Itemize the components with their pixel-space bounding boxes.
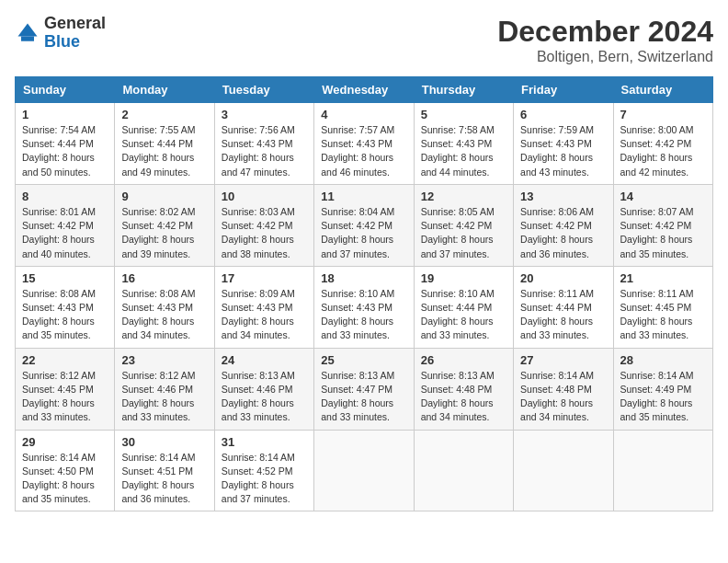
table-row: [414, 430, 513, 511]
day-number: 22: [22, 353, 108, 367]
daylight-label: Daylight: 8 hours and 35 minutes.: [22, 316, 95, 340]
table-row: 21 Sunrise: 8:11 AM Sunset: 4:45 PM Dayl…: [613, 266, 712, 348]
sunrise-label: Sunrise: 8:07 AM: [620, 206, 694, 217]
sunrise-label: Sunrise: 8:08 AM: [22, 288, 96, 299]
sunset-label: Sunset: 4:42 PM: [620, 220, 692, 231]
sunrise-label: Sunrise: 8:12 AM: [22, 370, 96, 381]
sunrise-label: Sunrise: 7:55 AM: [121, 124, 195, 135]
table-row: 19 Sunrise: 8:10 AM Sunset: 4:44 PM Dayl…: [414, 266, 513, 348]
sunrise-label: Sunrise: 8:14 AM: [520, 370, 594, 381]
sunset-label: Sunset: 4:52 PM: [222, 465, 293, 477]
svg-rect-1: [21, 36, 34, 40]
day-info: Sunrise: 8:12 AM Sunset: 4:46 PM Dayligh…: [121, 369, 207, 425]
day-number: 12: [421, 190, 506, 203]
sunset-label: Sunset: 4:42 PM: [22, 220, 94, 231]
table-row: 9 Sunrise: 8:02 AM Sunset: 4:42 PM Dayli…: [115, 184, 214, 266]
daylight-label: Daylight: 8 hours and 33 minutes.: [520, 316, 593, 340]
day-number: 2: [121, 108, 207, 121]
table-row: 4 Sunrise: 7:57 AM Sunset: 4:43 PM Dayli…: [314, 103, 414, 185]
col-wednesday: Wednesday: [314, 77, 414, 103]
daylight-label: Daylight: 8 hours and 40 minutes.: [22, 234, 95, 259]
day-number: 19: [421, 271, 506, 285]
sunrise-label: Sunrise: 7:56 AM: [222, 124, 295, 135]
day-info: Sunrise: 8:02 AM Sunset: 4:42 PM Dayligh…: [121, 205, 207, 261]
calendar-week-row: 15 Sunrise: 8:08 AM Sunset: 4:43 PM Dayl…: [16, 266, 713, 348]
day-number: 6: [520, 108, 606, 121]
logo: General Blue: [15, 15, 106, 52]
calendar-week-row: 1 Sunrise: 7:54 AM Sunset: 4:44 PM Dayli…: [16, 103, 713, 185]
table-row: 28 Sunrise: 8:14 AM Sunset: 4:49 PM Dayl…: [613, 348, 712, 430]
calendar-header-row: Sunday Monday Tuesday Wednesday Thursday…: [16, 77, 713, 103]
sunset-label: Sunset: 4:51 PM: [121, 465, 193, 477]
day-info: Sunrise: 7:57 AM Sunset: 4:43 PM Dayligh…: [321, 123, 406, 179]
table-row: 15 Sunrise: 8:08 AM Sunset: 4:43 PM Dayl…: [16, 266, 115, 348]
day-info: Sunrise: 8:11 AM Sunset: 4:45 PM Dayligh…: [620, 287, 706, 343]
day-number: 10: [222, 190, 307, 203]
sunrise-label: Sunrise: 7:58 AM: [421, 124, 495, 135]
sunset-label: Sunset: 4:43 PM: [421, 138, 493, 149]
location-subtitle: Boltigen, Bern, Switzerland: [497, 49, 713, 65]
day-info: Sunrise: 8:08 AM Sunset: 4:43 PM Dayligh…: [121, 287, 207, 343]
day-info: Sunrise: 8:04 AM Sunset: 4:42 PM Dayligh…: [321, 205, 406, 261]
table-row: 8 Sunrise: 8:01 AM Sunset: 4:42 PM Dayli…: [16, 184, 115, 266]
table-row: 1 Sunrise: 7:54 AM Sunset: 4:44 PM Dayli…: [16, 103, 115, 185]
sunset-label: Sunset: 4:42 PM: [520, 220, 592, 231]
sunrise-label: Sunrise: 8:05 AM: [421, 206, 495, 217]
table-row: 6 Sunrise: 7:59 AM Sunset: 4:43 PM Dayli…: [514, 103, 613, 185]
daylight-label: Daylight: 8 hours and 49 minutes.: [121, 152, 194, 177]
day-info: Sunrise: 8:01 AM Sunset: 4:42 PM Dayligh…: [22, 205, 108, 261]
col-thursday: Thursday: [414, 77, 513, 103]
calendar-table: Sunday Monday Tuesday Wednesday Thursday…: [15, 76, 713, 511]
sunrise-label: Sunrise: 8:13 AM: [321, 370, 394, 381]
sunrise-label: Sunrise: 8:12 AM: [121, 370, 195, 381]
table-row: 26 Sunrise: 8:13 AM Sunset: 4:48 PM Dayl…: [414, 348, 513, 430]
daylight-label: Daylight: 8 hours and 34 minutes.: [121, 316, 194, 340]
daylight-label: Daylight: 8 hours and 36 minutes.: [121, 479, 194, 504]
daylight-label: Daylight: 8 hours and 37 minutes.: [421, 234, 494, 259]
daylight-label: Daylight: 8 hours and 38 minutes.: [222, 234, 294, 259]
sunset-label: Sunset: 4:42 PM: [421, 220, 493, 231]
day-info: Sunrise: 8:03 AM Sunset: 4:42 PM Dayligh…: [222, 205, 307, 261]
logo-icon: [15, 20, 40, 46]
day-number: 18: [321, 271, 406, 285]
sunrise-label: Sunrise: 8:10 AM: [421, 288, 495, 299]
sunset-label: Sunset: 4:50 PM: [22, 465, 94, 477]
sunset-label: Sunset: 4:44 PM: [22, 138, 94, 149]
day-info: Sunrise: 8:07 AM Sunset: 4:42 PM Dayligh…: [620, 205, 706, 261]
daylight-label: Daylight: 8 hours and 37 minutes.: [222, 479, 294, 504]
table-row: 2 Sunrise: 7:55 AM Sunset: 4:44 PM Dayli…: [115, 103, 214, 185]
day-info: Sunrise: 7:55 AM Sunset: 4:44 PM Dayligh…: [121, 123, 207, 179]
daylight-label: Daylight: 8 hours and 37 minutes.: [321, 234, 393, 259]
daylight-label: Daylight: 8 hours and 33 minutes.: [22, 397, 95, 422]
table-row: 11 Sunrise: 8:04 AM Sunset: 4:42 PM Dayl…: [314, 184, 414, 266]
day-info: Sunrise: 8:13 AM Sunset: 4:48 PM Dayligh…: [421, 369, 506, 425]
table-row: 5 Sunrise: 7:58 AM Sunset: 4:43 PM Dayli…: [414, 103, 513, 185]
table-row: 22 Sunrise: 8:12 AM Sunset: 4:45 PM Dayl…: [16, 348, 115, 430]
day-number: 13: [520, 190, 606, 203]
table-row: 30 Sunrise: 8:14 AM Sunset: 4:51 PM Dayl…: [115, 430, 214, 511]
title-block: December 2024 Boltigen, Bern, Switzerlan…: [497, 15, 713, 65]
day-info: Sunrise: 7:54 AM Sunset: 4:44 PM Dayligh…: [22, 123, 108, 179]
daylight-label: Daylight: 8 hours and 35 minutes.: [22, 479, 95, 504]
day-info: Sunrise: 8:12 AM Sunset: 4:45 PM Dayligh…: [22, 369, 108, 425]
daylight-label: Daylight: 8 hours and 47 minutes.: [222, 152, 294, 177]
sunrise-label: Sunrise: 8:11 AM: [520, 288, 594, 299]
table-row: 12 Sunrise: 8:05 AM Sunset: 4:42 PM Dayl…: [414, 184, 513, 266]
day-number: 23: [121, 353, 207, 367]
sunset-label: Sunset: 4:44 PM: [421, 302, 493, 313]
sunrise-label: Sunrise: 8:10 AM: [321, 288, 394, 299]
logo-general: General: [44, 14, 106, 32]
table-row: 10 Sunrise: 8:03 AM Sunset: 4:42 PM Dayl…: [214, 184, 313, 266]
day-number: 20: [520, 271, 606, 285]
sunrise-label: Sunrise: 8:14 AM: [222, 452, 295, 463]
col-tuesday: Tuesday: [214, 77, 313, 103]
sunrise-label: Sunrise: 8:04 AM: [321, 206, 394, 217]
daylight-label: Daylight: 8 hours and 34 minutes.: [421, 397, 494, 422]
sunset-label: Sunset: 4:48 PM: [421, 384, 493, 395]
month-title: December 2024: [497, 15, 713, 49]
day-number: 21: [620, 271, 706, 285]
table-row: 31 Sunrise: 8:14 AM Sunset: 4:52 PM Dayl…: [214, 430, 313, 511]
sunset-label: Sunset: 4:42 PM: [121, 220, 193, 231]
day-number: 11: [321, 190, 406, 203]
sunset-label: Sunset: 4:48 PM: [520, 384, 592, 395]
